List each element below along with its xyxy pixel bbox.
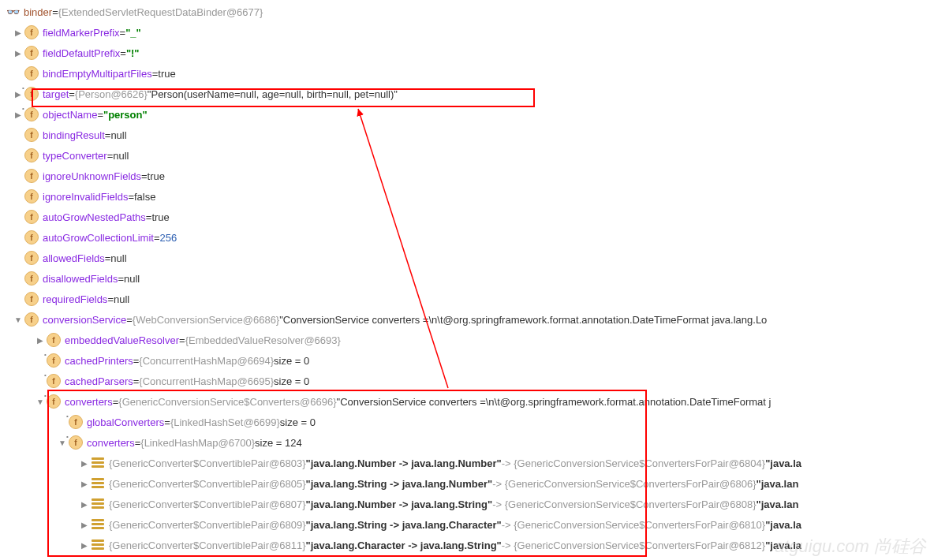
var-row[interactable]: ▶{GenericConverter$ConvertiblePair@6803}… [0,453,934,473]
map-entry-icon [90,517,106,532]
object-ref: {GenericConverter$ConvertiblePair@6805} [109,478,306,490]
var-row[interactable]: fallowedFields = null [0,248,934,268]
var-name: autoGrowNestedPaths [43,211,146,223]
var-name: target [43,88,69,100]
var-row[interactable]: ▶ffieldDefaultPrefix = "!" [0,43,934,63]
var-row[interactable]: fdisallowedFields = null [0,268,934,289]
expand-icon[interactable]: ▶ [79,478,90,489]
var-row[interactable]: ▶{GenericConverter$ConvertiblePair@6809}… [0,514,934,535]
var-row[interactable]: fbindingResult = null [0,125,934,145]
object-ref: {WebConversionService@6686} [133,314,279,326]
field-icon: f [24,168,39,184]
expand-icon[interactable]: ▶ [79,498,90,510]
map-entry-icon [90,455,106,471]
field-icon: f [24,65,39,81]
var-name: allowedFields [43,252,105,264]
object-ref: {EmbeddedValueResolver@6693} [185,334,341,346]
map-entry-icon [90,476,106,491]
expander-blank [13,232,24,243]
collapse-icon[interactable]: ▼ [13,314,24,325]
var-row[interactable]: ▶fembeddedValueResolver = {EmbeddedValue… [0,330,934,350]
var-name: binder [24,6,52,18]
var-name: fieldMarkerPrefix [43,27,120,39]
object-ref: -> {GenericConversionService$ConvertersF… [502,457,765,469]
expand-icon[interactable]: ▶ [13,47,24,58]
var-name: fieldDefaultPrefix [43,47,120,59]
var-name: embeddedValueResolver [65,334,179,346]
var-row[interactable]: fautoGrowNestedPaths = true [0,207,934,227]
expander-blank [13,191,24,202]
var-row[interactable]: fautoGrowCollectionLimit = 256 [0,227,934,248]
expander-blank [13,68,24,79]
var-row[interactable]: ▶f•target = {Person@6626} "Person(userNa… [0,84,934,104]
expander-blank [13,273,24,284]
expander-blank [13,129,24,140]
expand-icon[interactable]: ▶ [13,27,24,38]
var-name: ignoreInvalidFields [43,191,128,203]
var-name: bindEmptyMultipartFiles [43,68,152,80]
var-name: requiredFields [43,293,107,305]
var-row[interactable]: ▶{GenericConverter$ConvertiblePair@6807}… [0,494,934,514]
var-row-root[interactable]: 👓 binder = {ExtendedServletRequestDataBi… [0,2,934,22]
field-icon: f• [46,394,62,409]
field-icon: f [24,250,39,266]
var-row[interactable]: fignoreInvalidFields = false [0,186,934,207]
field-icon: f• [24,86,39,102]
var-row[interactable]: ▶ffieldMarkerPrefix = "_" [0,22,934,43]
var-row[interactable]: f•globalConverters = {LinkedHashSet@6699… [0,412,934,432]
object-ref: {GenericConverter$ConvertiblePair@6803} [109,457,306,469]
field-icon: f [24,312,39,327]
field-icon: f [24,45,39,61]
object-ref: {ConcurrentHashMap@6694} [139,355,274,367]
expand-icon[interactable]: ▶ [35,334,46,345]
var-row[interactable]: ftypeConverter = null [0,145,934,166]
var-name: cachedPrinters [65,355,133,367]
var-name: ignoreUnknownFields [43,170,141,182]
expand-icon[interactable]: ▶ [79,457,90,469]
var-row[interactable]: ▼f•converters = {LinkedHashMap@6700} siz… [0,432,934,453]
var-name: globalConverters [87,416,164,428]
var-name: objectName [43,109,97,121]
expand-icon[interactable]: ▶ [79,539,90,551]
var-row[interactable]: ▼f•converters = {GenericConversionServic… [0,391,934,412]
expander-blank [13,293,24,304]
field-icon: f• [46,353,62,368]
var-row[interactable]: ▶{GenericConverter$ConvertiblePair@6805}… [0,473,934,494]
object-ref: {GenericConversionService$Converters@669… [118,396,336,408]
object-ref: {GenericConverter$ConvertiblePair@6811} [109,539,306,551]
field-icon: f [24,127,39,143]
object-ref: {LinkedHashSet@6699} [170,416,280,428]
var-row[interactable]: f•cachedParsers = {ConcurrentHashMap@669… [0,371,934,391]
field-icon: f [24,24,39,40]
field-icon: f• [24,106,39,122]
field-icon: f [24,271,39,286]
expander-blank [13,150,24,161]
var-name: converters [87,437,135,449]
var-name: conversionService [43,314,126,326]
object-ref: -> {GenericConversionService$ConvertersF… [492,498,756,510]
var-row[interactable]: ▼fconversionService = {WebConversionServ… [0,309,934,330]
field-icon: f [24,209,39,225]
field-icon: f [24,230,39,245]
field-icon: f [24,147,39,163]
expand-icon[interactable]: ▶ [79,519,90,530]
object-ref: -> {GenericConversionService$ConvertersF… [502,539,765,551]
var-row[interactable]: frequiredFields = null [0,289,934,309]
var-row[interactable]: ▶f•objectName = "person" [0,104,934,125]
field-icon: f• [68,414,84,430]
var-row[interactable]: fignoreUnknownFields = true [0,166,934,186]
object-ref: -> {GenericConversionService$ConvertersF… [502,519,765,531]
map-entry-icon [90,537,106,553]
var-row[interactable]: f•cachedPrinters = {ConcurrentHashMap@66… [0,350,934,371]
object-ref: {GenericConverter$ConvertiblePair@6807} [109,498,306,510]
object-ref: {Person@6626} [75,88,148,100]
var-name: converters [65,396,113,408]
object-ref: {ConcurrentHashMap@6695} [139,375,274,387]
object-ref: {GenericConverter$ConvertiblePair@6809} [109,519,306,531]
var-row[interactable]: fbindEmptyMultipartFiles = true [0,63,934,84]
var-name: disallowedFields [43,273,118,285]
field-icon: f [46,332,62,348]
expander-blank [13,252,24,263]
var-row[interactable]: ▶{GenericConverter$ConvertiblePair@6811}… [0,535,934,555]
var-name: typeConverter [43,150,107,162]
